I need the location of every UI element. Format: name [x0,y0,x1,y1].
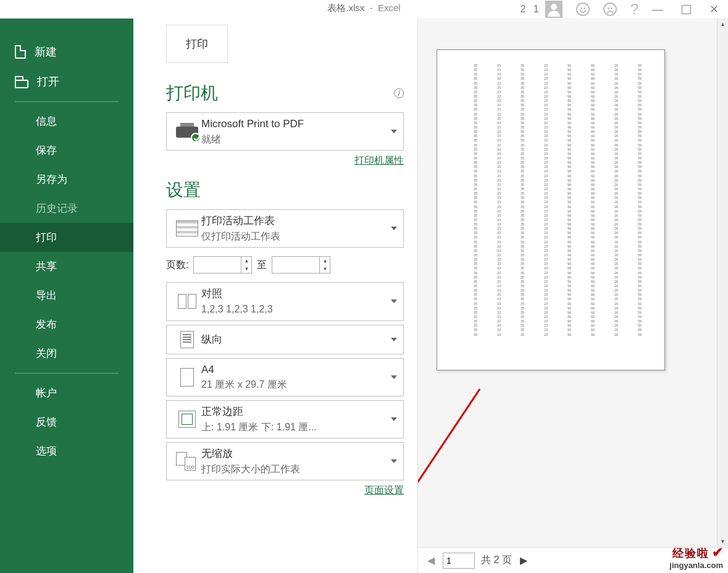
spinner-up-icon[interactable]: ▲ [241,257,251,265]
printer-properties-link[interactable]: 打印机属性 [354,155,404,165]
chevron-down-icon [391,375,397,379]
scroll-up-icon[interactable]: ▲ [718,19,728,30]
sidebar-publish[interactable]: 发布 [0,310,133,339]
pages-to-input[interactable] [272,256,320,274]
sidebar-history[interactable]: 历史记录 [0,194,133,223]
chevron-down-icon [391,338,397,341]
print-button[interactable]: 打印 [166,25,228,63]
sidebar-account[interactable]: 帐户 [0,379,133,408]
open-icon [15,80,28,88]
user-info[interactable]: 2 1 [520,1,562,18]
minimize-icon[interactable]: — [652,3,663,16]
paper-size-dropdown[interactable]: A4 21 厘米 x 29.7 厘米 [166,358,404,396]
sidebar-print[interactable]: 打印 [0,223,133,252]
sidebar-info[interactable]: 信息 [0,107,133,136]
portrait-icon [180,331,194,348]
sidebar-share[interactable]: 共享 [0,252,133,281]
pages-row: 页数: ▲▼ 至 ▲▼ [166,251,404,282]
page-of-label: 共 2 页 [481,554,512,567]
watermark: 经验啦 ✔ jingyanla.com [669,545,723,571]
sidebar-separator-2 [15,373,119,374]
spinner-up-icon[interactable]: ▲ [320,257,330,265]
current-page-input[interactable] [443,553,475,569]
print-settings-pane: 打印 打印机 i Microsoft Print to PDF 就绪 打印机属性… [133,19,417,573]
help-icon[interactable]: ? [630,1,638,18]
chevron-down-icon [391,299,397,303]
printer-icon [176,123,198,140]
window-filename: 表格.xlsx [327,2,364,13]
page-setup-link[interactable]: 页面设置 [364,485,404,495]
prev-page-button[interactable]: ◀ [425,554,437,566]
chevron-down-icon [391,459,397,463]
margins-dropdown[interactable]: 正常边距 上: 1.91 厘米 下: 1.91 厘... [166,400,404,438]
sheet-icon [176,220,198,236]
new-icon [15,45,26,59]
scaling-dropdown[interactable]: 100 无缩放 打印实际大小的工作表 [166,442,404,480]
smile-icon[interactable] [576,2,590,16]
close-icon[interactable]: ✕ [709,2,719,16]
pages-from-spinner[interactable]: ▲▼ [193,256,252,274]
backstage-sidebar: 新建 打开 信息 保存 另存为 历史记录 打印 共享 导出 发布 关闭 帐户 反… [0,19,133,573]
orientation-dropdown[interactable]: 纵向 [166,325,404,354]
collate-icon [178,294,196,309]
frown-icon[interactable] [603,2,617,16]
app-name: Excel [378,2,401,13]
preview-area: 3523352396662659352335239666265935233523… [418,19,717,547]
margins-icon [178,411,196,428]
printer-heading: 打印机 i [166,82,404,105]
sidebar-open[interactable]: 打开 [0,67,133,96]
sidebar-saveas[interactable]: 另存为 [0,165,133,194]
printer-dropdown[interactable]: Microsoft Print to PDF 就绪 [166,112,404,151]
sidebar-options[interactable]: 选项 [0,437,133,466]
spinner-down-icon[interactable]: ▼ [241,265,251,273]
sidebar-new[interactable]: 新建 [0,37,133,67]
collate-dropdown[interactable]: 对照 1,2,3 1,2,3 1,2,3 [166,282,404,320]
vertical-scrollbar[interactable]: ▲ ▼ [717,19,728,547]
pages-from-input[interactable] [193,256,241,274]
sidebar-feedback[interactable]: 反馈 [0,408,133,437]
paper-icon [180,368,194,387]
chevron-down-icon [391,417,397,421]
spinner-down-icon[interactable]: ▼ [320,265,330,273]
svg-line-0 [418,389,480,537]
sidebar-save[interactable]: 保存 [0,136,133,165]
scaling-icon: 100 [176,452,198,471]
avatar-icon [545,1,563,18]
maximize-icon[interactable] [682,5,691,14]
settings-heading: 设置 [166,178,404,202]
print-what-dropdown[interactable]: 打印活动工作表 仅打印活动工作表 [166,209,404,248]
preview-page: 3523352396662659352335239666265935233523… [437,49,665,370]
info-icon[interactable]: i [394,88,404,98]
pages-to-spinner[interactable]: ▲▼ [272,256,330,274]
chevron-down-icon [391,130,397,133]
sidebar-export[interactable]: 导出 [0,281,133,310]
print-preview-pane: 3523352396662659352335239666265935233523… [417,19,728,573]
next-page-button[interactable]: ▶ [518,554,529,566]
chevron-down-icon [391,227,397,230]
title-bar: 表格.xlsx - Excel 2 1 ? — ✕ [0,0,728,19]
sidebar-close[interactable]: 关闭 [0,339,133,368]
sidebar-separator [15,101,119,102]
